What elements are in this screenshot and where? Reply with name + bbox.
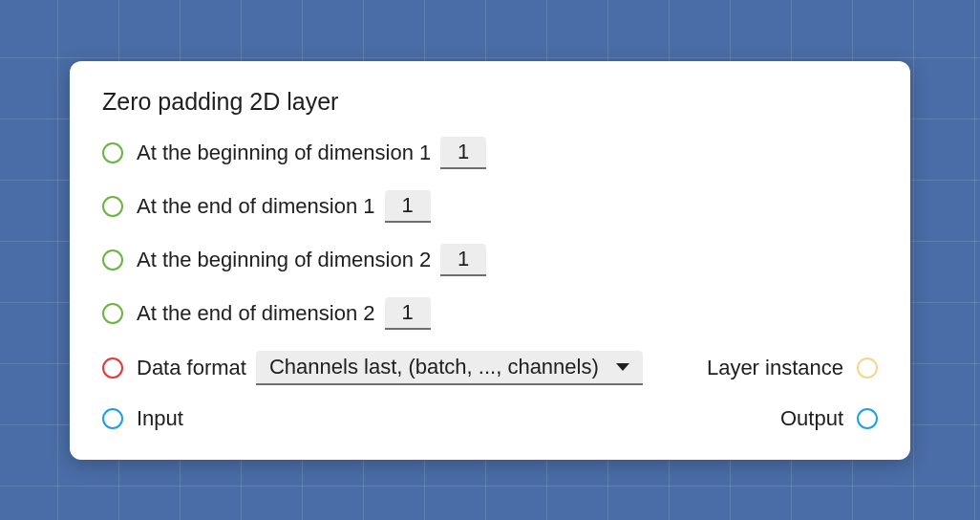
label-dim1-begin: At the beginning of dimension 1 <box>137 141 431 165</box>
label-dim1-end: At the end of dimension 1 <box>137 194 375 219</box>
port-input[interactable] <box>102 408 123 429</box>
label-layer-instance: Layer instance <box>707 356 843 380</box>
layer-config-card: Zero padding 2D layer At the beginning o… <box>70 61 910 460</box>
row-dim1-end: At the end of dimension 1 <box>102 190 878 223</box>
row-dim2-begin: At the beginning of dimension 2 <box>102 244 878 276</box>
label-input: Input <box>137 406 183 431</box>
card-title: Zero padding 2D layer <box>102 88 878 116</box>
label-data-format: Data format <box>137 356 246 380</box>
row-data-format: Data format Channels last, (batch, ..., … <box>102 351 878 385</box>
input-dim1-begin[interactable] <box>440 137 486 169</box>
input-dim1-end[interactable] <box>385 190 431 223</box>
row-io: Input Output <box>102 406 878 431</box>
row-dim1-begin: At the beginning of dimension 1 <box>102 137 878 169</box>
port-output[interactable] <box>857 408 878 429</box>
row-dim2-end: At the end of dimension 2 <box>102 297 878 330</box>
select-data-format[interactable]: Channels last, (batch, ..., channels) <box>256 351 643 385</box>
label-output: Output <box>780 406 843 431</box>
port-dim1-end[interactable] <box>102 196 123 217</box>
label-dim2-begin: At the beginning of dimension 2 <box>137 248 431 272</box>
input-dim2-begin[interactable] <box>440 244 486 276</box>
select-data-format-value: Channels last, (batch, ..., channels) <box>269 355 599 379</box>
label-dim2-end: At the end of dimension 2 <box>137 301 375 326</box>
chevron-down-icon <box>616 363 629 371</box>
port-layer-instance[interactable] <box>857 358 878 379</box>
port-dim1-begin[interactable] <box>102 142 123 163</box>
input-dim2-end[interactable] <box>385 297 431 330</box>
port-dim2-begin[interactable] <box>102 249 123 271</box>
port-data-format[interactable] <box>102 358 123 379</box>
port-dim2-end[interactable] <box>102 303 123 324</box>
